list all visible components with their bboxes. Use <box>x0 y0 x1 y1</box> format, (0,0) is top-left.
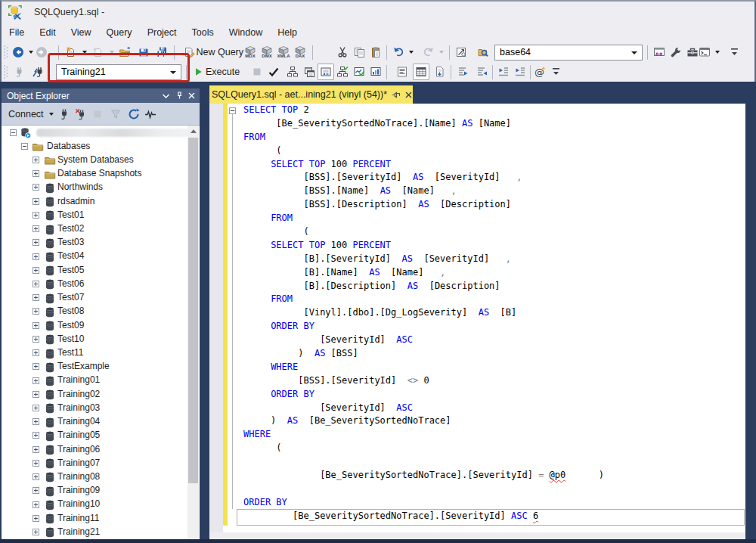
panel-close-button[interactable] <box>185 90 198 101</box>
tree-item-system-databases[interactable]: System Databases <box>2 153 200 166</box>
expand-icon[interactable] <box>33 253 39 260</box>
collapse-icon[interactable] <box>10 129 17 136</box>
tree-item-training04[interactable]: Training04 <box>2 415 200 429</box>
change-connection-button[interactable] <box>30 64 47 80</box>
save-button[interactable] <box>135 44 152 61</box>
tree-item-databases[interactable]: Databases <box>2 139 200 153</box>
oe-activity-monitor-button[interactable] <box>142 105 159 123</box>
new-query-labeled-button[interactable]: New Query <box>182 44 247 61</box>
tree-item-test09[interactable]: Test09 <box>2 318 200 332</box>
toolbar1-grip[interactable] <box>2 45 10 60</box>
oe-disconnect-button[interactable] <box>73 105 89 123</box>
expand-icon[interactable] <box>33 515 39 522</box>
dmx-query-button[interactable]: DMX <box>259 44 275 61</box>
menu-help[interactable]: Help <box>270 24 305 41</box>
command-window-button-dropdown-icon[interactable] <box>715 51 720 54</box>
client-statistics-button[interactable] <box>367 64 384 80</box>
tree-item-northwinds[interactable]: Northwinds <box>2 181 200 194</box>
actual-plan-button[interactable] <box>334 64 351 80</box>
tree-item-test07[interactable]: Test07 <box>2 291 200 305</box>
panel-window-position-button[interactable] <box>160 90 172 101</box>
find-symbol-button[interactable] <box>453 44 469 61</box>
expand-icon[interactable] <box>33 157 39 163</box>
expand-icon[interactable] <box>33 184 39 191</box>
tree-item-test05[interactable]: Test05 <box>2 263 200 277</box>
panel-pin-button[interactable] <box>172 90 185 101</box>
intellisense-toggle-button[interactable] <box>318 64 334 80</box>
execute-button[interactable]: Execute <box>191 64 243 80</box>
expand-icon[interactable] <box>33 487 39 494</box>
database-combobox[interactable]: Training21 <box>56 64 181 80</box>
connect-menu-button[interactable]: Connect <box>6 105 47 123</box>
find-in-files-button[interactable] <box>475 44 491 61</box>
results-to-text-button[interactable] <box>394 64 411 80</box>
toolbar2-grip[interactable] <box>2 64 10 79</box>
expand-icon[interactable] <box>33 418 39 425</box>
expand-icon[interactable] <box>33 212 39 219</box>
cut-button[interactable] <box>334 44 351 61</box>
tree-item-database-snapshots[interactable]: Database Snapshots <box>2 167 200 181</box>
collapse-icon[interactable] <box>21 143 28 150</box>
tree-item-training01[interactable]: Training01 <box>2 374 200 387</box>
toolbar2-overflow-button[interactable] <box>548 64 565 80</box>
new-query-button-dropdown-icon[interactable] <box>82 51 87 54</box>
expand-icon[interactable] <box>33 294 39 301</box>
expand-icon[interactable] <box>33 170 39 177</box>
uncomment-button[interactable] <box>474 64 491 80</box>
undo-button-dropdown-icon[interactable] <box>409 51 414 54</box>
menu-window[interactable]: Window <box>222 24 270 41</box>
dax-query-button[interactable]: DAX <box>292 44 308 61</box>
paste-button[interactable] <box>367 44 384 61</box>
results-to-grid-button[interactable] <box>413 64 429 80</box>
tree-item-rdsadmin[interactable]: rdsadmin <box>2 194 200 208</box>
estimated-plan-button[interactable] <box>284 64 301 80</box>
sql-editor[interactable]: SELECT TOP 2 [Be_SeveritySortedNoTrace].… <box>209 104 745 532</box>
object-explorer-titlebar[interactable]: Object Explorer <box>2 88 200 103</box>
scrollbar-up-arrow[interactable] <box>187 126 199 137</box>
expand-icon[interactable] <box>33 198 39 205</box>
decrease-indent-button[interactable] <box>495 64 512 80</box>
expand-icon[interactable] <box>33 432 39 439</box>
template-parameters-button[interactable]: @ <box>531 64 548 80</box>
tree-item-test11[interactable]: Test11 <box>2 346 200 360</box>
expand-icon[interactable] <box>33 501 39 508</box>
tree-item-training10[interactable]: Training10 <box>2 498 200 511</box>
tree-item-training03[interactable]: Training03 <box>2 401 200 414</box>
expand-icon[interactable] <box>33 529 39 535</box>
expand-icon[interactable] <box>33 405 39 411</box>
expand-icon[interactable] <box>33 281 39 287</box>
tree-item-test01[interactable]: Test01 <box>2 208 200 222</box>
object-explorer-scrollbar[interactable] <box>187 126 199 539</box>
oe-connect-button[interactable] <box>56 105 73 123</box>
tree-item-training05[interactable]: Training05 <box>2 429 200 442</box>
tree-item-training11[interactable]: Training11 <box>2 511 200 525</box>
combo-dropdown-icon[interactable] <box>631 51 637 54</box>
open-file-button[interactable] <box>116 44 133 61</box>
scrollbar-thumb[interactable] <box>188 138 198 483</box>
expand-icon[interactable] <box>33 460 39 467</box>
tree-item-training08[interactable]: Training08 <box>2 470 200 483</box>
menu-query[interactable]: Query <box>99 24 140 41</box>
menu-project[interactable]: Project <box>140 24 184 41</box>
expand-icon[interactable] <box>33 239 39 246</box>
expand-icon[interactable] <box>33 446 39 453</box>
expand-icon[interactable] <box>33 225 39 232</box>
editor-tab[interactable]: SQLQuery1.sql - aet...ining21 (vinyl (54… <box>209 85 413 104</box>
tree-item-test06[interactable]: Test06 <box>2 277 200 290</box>
increase-indent-button[interactable] <box>512 64 528 80</box>
results-to-file-button[interactable] <box>432 64 448 80</box>
expand-icon[interactable] <box>33 336 39 343</box>
tree-item-server[interactable] <box>2 126 200 139</box>
undo-button[interactable] <box>390 44 407 61</box>
tree-item-test04[interactable]: Test04 <box>2 250 200 263</box>
new-query-button[interactable] <box>62 44 79 61</box>
sqlcmd-mode-button[interactable] <box>651 44 668 61</box>
menu-edit[interactable]: Edit <box>32 24 64 41</box>
tree-item-training02[interactable]: Training02 <box>2 387 200 401</box>
mdx-query-button[interactable]: MDX <box>242 44 259 61</box>
copy-button[interactable] <box>351 44 367 61</box>
tree-item-test03[interactable]: Test03 <box>2 236 200 250</box>
expand-icon[interactable] <box>33 473 39 480</box>
toolbar1-overflow-button[interactable] <box>727 44 743 61</box>
query-options-button[interactable] <box>301 64 318 80</box>
